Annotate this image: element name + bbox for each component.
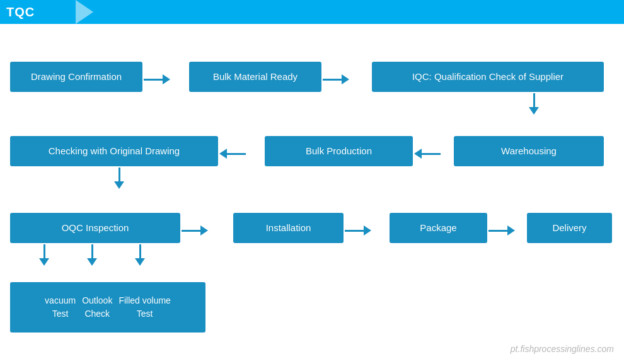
bottom-box: vacuum Test Outlook Check Filled volume … bbox=[10, 282, 205, 333]
arrow-bulk-production-to-checking bbox=[219, 149, 246, 159]
filled-volume-col: Filled volume Test bbox=[118, 294, 170, 321]
main-content: Drawing Confirmation Bulk Material Ready… bbox=[0, 24, 624, 364]
arrow-down-outlook bbox=[87, 244, 97, 266]
arrows-oqc-to-bottom bbox=[39, 244, 145, 266]
header: TQC bbox=[0, 0, 624, 24]
warehousing-box: Warehousing bbox=[454, 136, 604, 166]
vacuum-test-col: vacuum Test bbox=[45, 294, 76, 321]
arrow-oqc-to-installation bbox=[182, 225, 208, 236]
header-arrow-decoration bbox=[76, 0, 93, 24]
arrow-iqc-to-warehousing bbox=[529, 93, 539, 115]
bulk-production-box: Bulk Production bbox=[265, 136, 413, 166]
iqc-box: IQC: Qualification Check of Supplier bbox=[372, 62, 604, 92]
arrow-package-to-delivery bbox=[488, 225, 515, 236]
bulk-material-box: Bulk Material Ready bbox=[189, 62, 321, 92]
arrow-down-vacuum bbox=[39, 244, 49, 266]
delivery-box: Delivery bbox=[527, 213, 612, 243]
arrow-checking-to-oqc bbox=[114, 168, 124, 189]
bottom-box-inner: vacuum Test Outlook Check Filled volume … bbox=[45, 294, 171, 321]
drawing-confirmation-box: Drawing Confirmation bbox=[10, 62, 142, 92]
oqc-box: OQC Inspection bbox=[10, 213, 180, 243]
arrow-warehousing-to-bulk-production bbox=[414, 149, 441, 159]
package-box: Package bbox=[390, 213, 487, 243]
arrow-bulk-material-to-iqc bbox=[323, 74, 349, 84]
header-title: TQC bbox=[6, 5, 35, 20]
arrow-installation-to-package bbox=[345, 225, 371, 236]
outlook-check-col: Outlook Check bbox=[82, 294, 112, 321]
checking-box: Checking with Original Drawing bbox=[10, 136, 218, 166]
installation-box: Installation bbox=[233, 213, 344, 243]
arrow-drawing-to-bulk-material bbox=[144, 74, 170, 84]
arrow-down-filled bbox=[135, 244, 145, 266]
watermark: pt.fishprocessinglines.com bbox=[511, 344, 614, 354]
